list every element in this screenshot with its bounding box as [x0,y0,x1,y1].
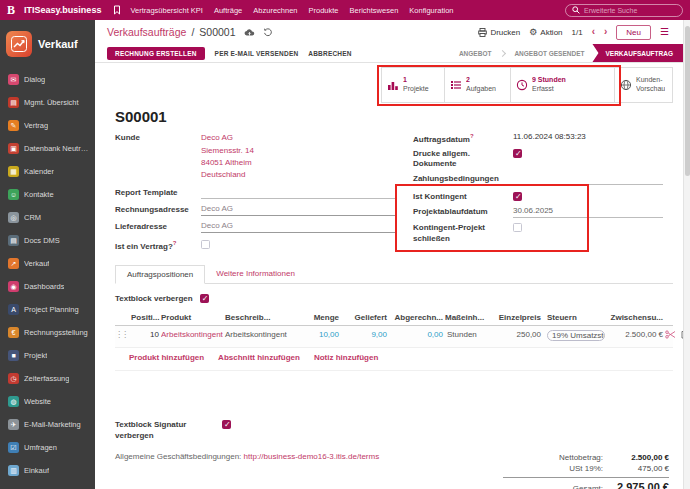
send-email-button[interactable]: PER E-MAIL VERSENDEN [215,50,299,57]
scrollbar-thumb[interactable] [685,26,690,176]
close-quota-project-checkbox[interactable] [513,223,522,232]
cell-einzelpreis[interactable]: 250,00 [491,330,541,339]
tab-auftragspositionen[interactable]: Auftragspositionen [115,265,205,284]
breadcrumb-parent-link[interactable]: Verkaufsaufträge [107,26,186,38]
topbar: B ITISeasy.business Vertragsübersicht KP… [0,0,690,20]
sidebar-item-website[interactable]: ◍Website [0,390,95,413]
col-position[interactable]: Positi... [131,313,159,322]
terms-link[interactable]: http://business-demo16-3.itis.de/terms [244,452,380,461]
sidebar-item-datenbank-neutralisierung[interactable]: ▣Datenbank Neutralisie... [0,137,95,160]
totals: Nettobetrag: 2.500,00 € USt 19%: 475,00 … [503,451,673,489]
split-line-icon[interactable] [665,330,679,339]
cell-geliefert[interactable]: 9,00 [341,330,387,339]
sidebar-item-email-marketing[interactable]: ✈E-Mail-Marketing [0,413,95,436]
sidebar-item-projekt[interactable]: ■Projekt [0,344,95,367]
total-tax-row: USt 19%: 475,00 € [503,464,669,473]
invoice-address-input[interactable]: Deco AG [201,204,395,216]
table-row[interactable]: ⋮⋮ 10 Arbeitskontingent Arbeitskontingen… [115,326,673,348]
sidebar-item-umfragen[interactable]: ☑Umfragen [0,436,95,459]
hamburger-menu-icon[interactable]: ☰ [660,27,669,37]
sidebar-item-zeiterfassung[interactable]: ◷Zeiterfassung [0,367,95,390]
sidebar-item-kalender[interactable]: ▦Kalender [0,160,95,183]
project-expiry-date-input[interactable]: 30.06.2025 [513,206,663,218]
cell-product-link[interactable]: Arbeitskontingent [161,330,223,339]
status-step-verkaufsauftrag[interactable]: VERKAUFSAUFTRAG [592,44,683,62]
save-cloud-icon[interactable] [244,28,255,37]
add-note-link[interactable]: Notiz hinzufügen [314,353,378,362]
globe-icon [620,79,632,91]
col-masseinheit[interactable]: Maßeinh... [445,313,489,322]
tab-weitere-informationen[interactable]: Weitere Informationen [205,265,306,283]
menu-vertragsuebersicht-kpi[interactable]: Vertragsübersicht KPI [130,6,203,15]
sidebar-item-dashboards[interactable]: ◉Dashboards [0,275,95,298]
sidebar-item-vertrag[interactable]: ✎Vertrag [0,114,95,137]
cell-masseinheit[interactable]: Stunden [445,330,489,339]
breadcrumb: Verkaufsaufträge / S00001 Drucken ⚙ Akti… [95,20,683,44]
vertical-scrollbar[interactable] [683,20,690,489]
main-content: Verkaufsaufträge / S00001 Drucken ⚙ Akti… [95,20,683,489]
delivery-address-input[interactable]: Deco AG [201,221,395,233]
add-product-link[interactable]: Produkt hinzufügen [129,353,204,362]
col-einzelpreis[interactable]: Einzelpreis [491,313,541,322]
sidebar-item-project-planning[interactable]: AProject Planning [0,298,95,321]
sidebar-item-dialog[interactable]: ✉Dialog [0,68,95,91]
form-fields: Kunde Deco AG Siemensstr. 14 84051 Althe… [115,132,673,255]
sidebar-item-rechnungsstellung[interactable]: €Rechnungsstellung [0,321,95,344]
customer-preview-smart-button[interactable]: Kunden-Vorschau [615,67,673,103]
create-invoice-button[interactable]: RECHNUNG ERSTELLEN [107,47,205,60]
add-section-link[interactable]: Abschnitt hinzufügen [218,353,300,362]
col-abgerechnet[interactable]: Abgerechn... [389,313,443,322]
global-search[interactable] [565,4,683,17]
total-net-row: Nettobetrag: 2.500,00 € [503,453,669,462]
status-step-angebot-gesendet[interactable]: ANGEBOT GESENDET [506,44,592,62]
cancel-button[interactable]: ABBRECHEN [308,50,351,57]
customer-address-link[interactable]: Deco AG Siemensstr. 14 84051 Altheim Deu… [201,132,254,181]
sidebar-item-docs-dms[interactable]: ▤Docs DMS [0,229,95,252]
payment-terms-input[interactable] [513,173,663,185]
projects-smart-button[interactable]: 1Projekte [381,67,445,103]
sidebar-item-mgmt-uebersicht[interactable]: ▤Mgmt. Übersicht [0,91,95,114]
tasks-smart-button[interactable]: 2Aufgaben [445,67,511,103]
is-contract-checkbox[interactable] [201,240,210,249]
app-switcher[interactable]: Verkauf [0,20,95,68]
new-record-button[interactable]: Neu [616,25,651,40]
menu-auftraege[interactable]: Aufträge [214,6,242,15]
menu-konfiguration[interactable]: Konfiguration [409,6,453,15]
field-rechnungsadresse: Rechnungsadresse Deco AG [115,204,395,216]
print-general-docs-checkbox[interactable] [513,149,522,158]
sidebar-item-crm[interactable]: ◎CRM [0,206,95,229]
col-produkt[interactable]: Produkt [161,313,223,322]
field-ist-kontingent: Ist Kontingent [413,191,663,202]
col-geliefert[interactable]: Geliefert [341,313,387,322]
is-quota-checkbox[interactable] [513,192,522,201]
discard-undo-icon[interactable] [263,27,273,37]
hide-signature-textblock-checkbox[interactable] [222,420,231,429]
action-menu-button[interactable]: ⚙ Aktion [529,28,562,37]
drag-handle-icon[interactable]: ⋮⋮ [115,330,129,339]
bookmark-icon[interactable] [113,5,121,15]
cell-menge[interactable]: 10,00 [297,330,339,339]
pager-previous-icon[interactable]: ‹ [592,27,595,37]
col-zwischensumme[interactable]: Zwischensu... [605,313,663,322]
search-input[interactable] [584,7,674,14]
menu-berichtswesen[interactable]: Berichtswesen [350,6,399,15]
menu-abzurechnen[interactable]: Abzurechnen [253,6,297,15]
sidebar-item-einkauf[interactable]: ▥Einkauf [0,459,95,482]
cell-description[interactable]: Arbeitskontingent [225,330,295,340]
order-date-value[interactable]: 11.06.2024 08:53:23 [513,132,663,144]
status-step-angebot[interactable]: ANGEBOT [451,44,500,62]
col-beschreibung[interactable]: Beschreib... [225,313,295,322]
hide-textblock-checkbox[interactable] [200,294,209,303]
col-steuern[interactable]: Steuern [543,313,603,322]
help-marker: ? [470,133,474,139]
print-button[interactable]: Drucken [478,28,520,37]
action-row: RECHNUNG ERSTELLEN PER E-MAIL VERSENDEN … [95,44,683,63]
timesheet-smart-button[interactable]: 9 StundenErfasst [511,67,615,103]
menu-produkte[interactable]: Produkte [309,6,339,15]
sidebar-item-verkauf[interactable]: ↗Verkauf [0,252,95,275]
sidebar-item-kontakte[interactable]: ☺Kontakte [0,183,95,206]
report-template-input[interactable] [201,187,395,199]
pager-next-icon[interactable]: › [604,27,607,37]
col-menge[interactable]: Menge [297,313,339,322]
tax-badge[interactable]: 19% Umsatzste [547,330,605,341]
